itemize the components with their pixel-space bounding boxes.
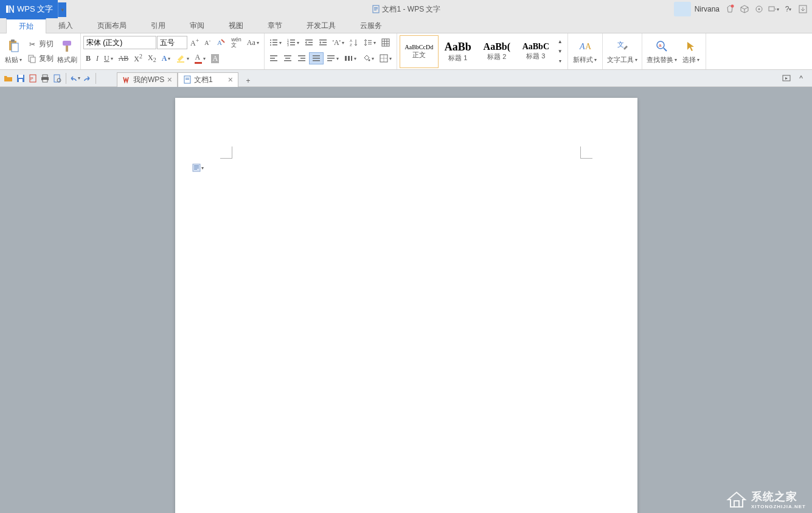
copy-button[interactable]: 复制	[24, 52, 56, 66]
presentation-mode-button[interactable]	[780, 72, 793, 84]
print-preview-button[interactable]	[51, 72, 63, 84]
paragraph-layout-button[interactable]: ▾	[192, 164, 204, 172]
align-distribute-button[interactable]: ▾	[324, 53, 341, 64]
tab-document1[interactable]: 文档1 ×	[178, 72, 238, 87]
align-center-button[interactable]	[281, 53, 294, 64]
document-area[interactable]: ▾ 系统之家 XITONGZHIJIA.NET	[0, 87, 812, 513]
redo-icon	[83, 74, 91, 83]
text-tools-button[interactable]: 文 文字工具▾	[605, 35, 639, 68]
strikethrough-button[interactable]: AB	[116, 53, 131, 64]
svg-rect-32	[308, 42, 313, 43]
bullet-list-button[interactable]: ▾	[267, 37, 284, 48]
paste-button[interactable]: 粘贴▾	[2, 35, 24, 67]
style-scroll-down[interactable]: ▼	[555, 47, 565, 57]
user-name[interactable]: Nirvana	[695, 5, 720, 13]
increase-font-button[interactable]: A+	[188, 36, 201, 49]
cut-button[interactable]: ✂剪切	[24, 38, 56, 51]
title-right-controls: Nirvana ▾ ? ▾	[674, 2, 810, 16]
menu-tab-references[interactable]: 引用	[139, 18, 178, 33]
skin-icon[interactable]	[723, 2, 737, 16]
menu-tab-view[interactable]: 视图	[217, 18, 255, 33]
tab-my-wps[interactable]: 我的WPS ×	[117, 72, 178, 87]
numbered-list-button[interactable]: 123▾	[285, 37, 302, 48]
font-size-select[interactable]	[157, 36, 187, 49]
menu-tab-start[interactable]: 开始	[6, 18, 46, 33]
clear-format-button[interactable]: A	[213, 36, 228, 49]
cube-icon[interactable]	[738, 2, 751, 16]
style-heading2[interactable]: AaBb( 标题 2	[477, 35, 516, 68]
svg-rect-39	[368, 40, 372, 41]
highlight-button[interactable]: ▾	[173, 52, 192, 64]
shading-color-button[interactable]: ▾	[359, 53, 377, 64]
borders-button[interactable]: ▾	[377, 53, 394, 64]
phonetic-guide-button[interactable]: wén文	[229, 36, 244, 49]
export-pdf-button[interactable]: P	[27, 72, 39, 84]
character-scale-button[interactable]: 'A'▾	[330, 37, 347, 49]
increase-indent-button[interactable]	[316, 37, 330, 48]
style-expand[interactable]: ▾	[555, 57, 565, 66]
screen-icon[interactable]: ▾	[767, 2, 780, 16]
style-normal[interactable]: AaBbCcDd 正文	[400, 35, 439, 68]
new-tab-button[interactable]: +	[242, 75, 254, 87]
menu-tab-cloud[interactable]: 云服务	[348, 18, 394, 33]
collapse-ribbon-button[interactable]: ^	[795, 72, 807, 84]
style-scroll-up[interactable]: ▲	[555, 37, 565, 47]
document-page[interactable]: ▾	[175, 98, 637, 513]
help-icon[interactable]: ? ▾	[782, 2, 795, 16]
user-avatar[interactable]	[674, 2, 691, 16]
pdf-icon: P	[29, 74, 37, 83]
decrease-font-button[interactable]: A-	[202, 37, 213, 47]
chevron-down-icon: ▾	[342, 40, 344, 46]
text-tools-icon: 文	[614, 38, 630, 54]
new-style-button[interactable]: AA 新样式▾	[571, 35, 600, 68]
app-menu-button[interactable]: WPS 文字	[0, 0, 58, 18]
svg-rect-40	[368, 42, 372, 43]
align-justify-button[interactable]	[309, 52, 324, 64]
chevron-down-icon: ▾	[336, 56, 339, 61]
scissors-icon: ✂	[27, 39, 38, 50]
underline-button[interactable]: U▾	[102, 53, 116, 64]
align-left-button[interactable]	[267, 53, 280, 64]
change-case-button[interactable]: Aa▾	[245, 37, 262, 49]
minimize-to-tray-icon[interactable]	[796, 2, 810, 16]
format-painter-button[interactable]: 格式刷	[56, 35, 78, 67]
open-button[interactable]	[2, 72, 15, 84]
bold-button[interactable]: B	[83, 53, 93, 64]
line-spacing-button[interactable]: ▾	[361, 37, 378, 48]
select-button[interactable]: 选择▾	[679, 35, 703, 67]
font-name-select[interactable]	[83, 36, 156, 49]
redo-button[interactable]	[81, 72, 93, 84]
svg-rect-31	[305, 40, 313, 41]
save-button[interactable]	[15, 72, 27, 84]
style-heading1[interactable]: AaBb 标题 1	[439, 35, 477, 68]
svg-rect-57	[313, 58, 320, 59]
align-center-icon	[283, 54, 292, 63]
text-effects-button[interactable]: A▾	[159, 53, 173, 64]
decrease-indent-button[interactable]	[302, 37, 316, 48]
gear-icon[interactable]	[752, 2, 766, 16]
menu-tab-page-layout[interactable]: 页面布局	[85, 18, 139, 33]
print-button[interactable]	[39, 72, 51, 84]
tab-close-button[interactable]: ×	[228, 75, 233, 84]
align-right-button[interactable]	[295, 53, 308, 64]
undo-button[interactable]: ▾	[69, 72, 81, 84]
chevron-down-icon: ▾	[78, 75, 80, 81]
menu-tab-chapter[interactable]: 章节	[255, 18, 294, 33]
character-shading-button[interactable]: A	[209, 53, 221, 64]
style-heading3[interactable]: AaBbC 标题 3	[516, 35, 555, 68]
menu-tab-developer[interactable]: 开发工具	[294, 18, 348, 33]
superscript-button[interactable]: X2	[131, 52, 145, 65]
menu-tab-insert[interactable]: 插入	[46, 18, 85, 33]
app-menu-dropdown[interactable]: ▼	[58, 2, 66, 17]
italic-button[interactable]: I	[94, 53, 101, 64]
subscript-button[interactable]: X2	[145, 52, 159, 64]
insert-table-button[interactable]	[379, 37, 392, 48]
find-replace-button[interactable]: a 查找替换▾	[645, 35, 679, 67]
ribbon: 粘贴▾ ✂剪切 复制 格式刷 A+ A- A wén文 Aa▾ B I U▾ A…	[0, 33, 812, 70]
tab-close-button[interactable]: ×	[167, 75, 172, 84]
clear-format-icon: A	[216, 38, 226, 47]
font-color-button[interactable]: A▾	[192, 52, 208, 65]
sort-button[interactable]: AZ	[347, 37, 361, 48]
tab-stops-button[interactable]: ▾	[342, 53, 359, 64]
menu-tab-review[interactable]: 审阅	[178, 18, 217, 33]
